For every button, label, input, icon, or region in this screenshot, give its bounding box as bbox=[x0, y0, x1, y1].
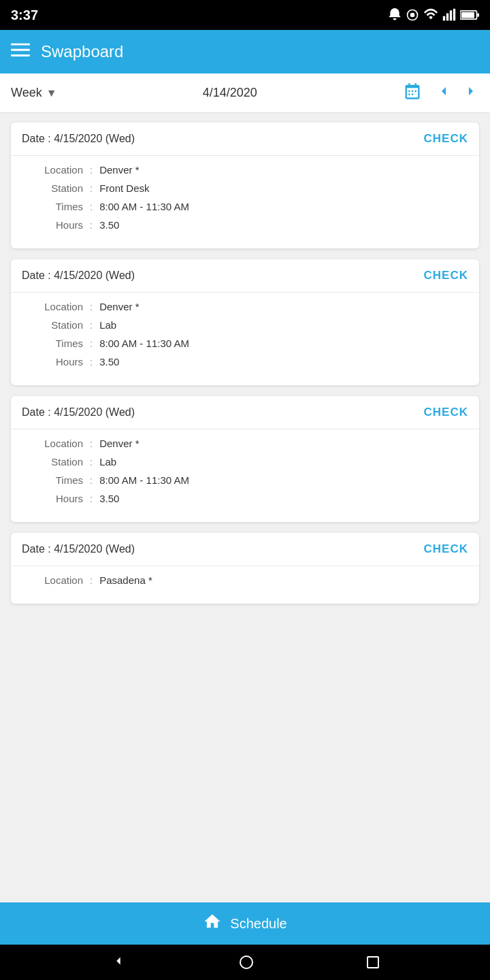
notification-icon bbox=[388, 8, 402, 22]
hours-value: 3.50 bbox=[99, 219, 119, 231]
card-header: Date : 4/15/2020 (Wed) CHECK bbox=[11, 259, 479, 293]
hours-row: Hours : 3.50 bbox=[22, 356, 468, 368]
card-body: Location : Denver * Station : Front Desk… bbox=[11, 156, 479, 248]
location-label: Location bbox=[22, 301, 83, 312]
back-button[interactable] bbox=[111, 953, 126, 972]
prev-arrow[interactable] bbox=[436, 83, 452, 103]
week-bar: Week ▼ 4/14/2020 bbox=[0, 74, 490, 113]
svg-rect-10 bbox=[11, 48, 30, 50]
times-separator: : bbox=[90, 474, 93, 486]
location-separator: : bbox=[90, 574, 93, 586]
svg-rect-5 bbox=[453, 9, 455, 21]
menu-icon[interactable] bbox=[11, 40, 30, 64]
times-value: 8:00 AM - 11:30 AM bbox=[99, 201, 189, 212]
times-label: Times bbox=[22, 474, 83, 486]
times-row: Times : 8:00 AM - 11:30 AM bbox=[22, 474, 468, 486]
svg-rect-3 bbox=[446, 14, 448, 21]
shift-date: Date : 4/15/2020 (Wed) bbox=[22, 133, 135, 145]
card-body: Location : Denver * Station : Lab Times … bbox=[11, 293, 479, 385]
location-label: Location bbox=[22, 164, 83, 176]
station-label: Station bbox=[22, 319, 83, 331]
hours-row: Hours : 3.50 bbox=[22, 219, 468, 231]
status-icons bbox=[388, 7, 479, 22]
nav-arrows bbox=[436, 83, 479, 103]
shift-date: Date : 4/15/2020 (Wed) bbox=[22, 543, 135, 555]
times-row: Times : 8:00 AM - 11:30 AM bbox=[22, 338, 468, 349]
dropdown-arrow-icon: ▼ bbox=[46, 87, 57, 99]
times-row: Times : 8:00 AM - 11:30 AM bbox=[22, 201, 468, 212]
shift-card: Date : 4/15/2020 (Wed) CHECK Location : … bbox=[11, 533, 479, 604]
card-body: Location : Denver * Station : Lab Times … bbox=[11, 429, 479, 522]
shift-date: Date : 4/15/2020 (Wed) bbox=[22, 406, 135, 419]
card-header: Date : 4/15/2020 (Wed) CHECK bbox=[11, 533, 479, 566]
hours-label: Hours bbox=[22, 493, 83, 504]
location-row: Location : Denver * bbox=[22, 301, 468, 312]
hours-value: 3.50 bbox=[99, 356, 119, 368]
bottom-nav[interactable]: Schedule bbox=[0, 902, 490, 945]
shift-list: Date : 4/15/2020 (Wed) CHECK Location : … bbox=[0, 113, 490, 902]
times-value: 8:00 AM - 11:30 AM bbox=[99, 474, 189, 486]
location-row: Location : Pasadena * bbox=[22, 574, 468, 586]
location-separator: : bbox=[90, 164, 93, 176]
wifi-icon bbox=[423, 7, 438, 22]
location-value: Denver * bbox=[99, 301, 139, 312]
svg-rect-4 bbox=[450, 10, 452, 20]
week-selector[interactable]: Week ▼ bbox=[11, 86, 57, 100]
location-row: Location : Denver * bbox=[22, 164, 468, 176]
location-separator: : bbox=[90, 438, 93, 449]
check-button[interactable]: CHECK bbox=[424, 132, 468, 146]
svg-rect-8 bbox=[477, 13, 479, 16]
station-value: Front Desk bbox=[99, 182, 149, 194]
station-label: Station bbox=[22, 456, 83, 468]
times-label: Times bbox=[22, 338, 83, 349]
shift-card: Date : 4/15/2020 (Wed) CHECK Location : … bbox=[11, 396, 479, 522]
app-bar: Swapboard bbox=[0, 30, 490, 74]
station-value: Lab bbox=[99, 456, 116, 468]
hours-value: 3.50 bbox=[99, 493, 119, 504]
svg-rect-9 bbox=[11, 43, 30, 45]
next-arrow[interactable] bbox=[463, 83, 479, 103]
card-header: Date : 4/15/2020 (Wed) CHECK bbox=[11, 122, 479, 156]
location-value: Pasadena * bbox=[99, 574, 152, 586]
station-label: Station bbox=[22, 182, 83, 194]
home-button[interactable] bbox=[240, 956, 253, 969]
schedule-label: Schedule bbox=[230, 916, 287, 932]
station-separator: : bbox=[90, 182, 93, 194]
hours-row: Hours : 3.50 bbox=[22, 493, 468, 504]
target-icon bbox=[406, 8, 419, 22]
shift-card: Date : 4/15/2020 (Wed) CHECK Location : … bbox=[11, 122, 479, 248]
check-button[interactable]: CHECK bbox=[424, 406, 468, 419]
check-button[interactable]: CHECK bbox=[424, 542, 468, 556]
times-separator: : bbox=[90, 338, 93, 349]
hours-separator: : bbox=[90, 356, 93, 368]
location-label: Location bbox=[22, 574, 83, 586]
hours-separator: : bbox=[90, 219, 93, 231]
location-row: Location : Denver * bbox=[22, 438, 468, 449]
android-nav-bar bbox=[0, 945, 490, 980]
calendar-icon[interactable] bbox=[403, 82, 422, 105]
card-body: Location : Pasadena * bbox=[11, 566, 479, 604]
card-header: Date : 4/15/2020 (Wed) CHECK bbox=[11, 396, 479, 429]
times-label: Times bbox=[22, 201, 83, 212]
hours-separator: : bbox=[90, 493, 93, 504]
status-bar: 3:37 bbox=[0, 0, 490, 30]
hours-label: Hours bbox=[22, 356, 83, 368]
svg-rect-7 bbox=[461, 12, 474, 18]
station-row: Station : Lab bbox=[22, 456, 468, 468]
station-row: Station : Front Desk bbox=[22, 182, 468, 194]
signal-icon bbox=[442, 8, 456, 22]
location-separator: : bbox=[90, 301, 93, 312]
location-value: Denver * bbox=[99, 164, 139, 176]
location-value: Denver * bbox=[99, 438, 139, 449]
app-title: Swapboard bbox=[41, 42, 479, 61]
times-separator: : bbox=[90, 201, 93, 212]
svg-point-1 bbox=[410, 13, 415, 18]
shift-date: Date : 4/15/2020 (Wed) bbox=[22, 270, 135, 282]
station-separator: : bbox=[90, 319, 93, 331]
date-display: 4/14/2020 bbox=[57, 86, 403, 100]
status-time: 3:37 bbox=[11, 7, 38, 23]
hours-label: Hours bbox=[22, 219, 83, 231]
station-row: Station : Lab bbox=[22, 319, 468, 331]
recent-button[interactable] bbox=[367, 956, 379, 968]
check-button[interactable]: CHECK bbox=[424, 269, 468, 282]
